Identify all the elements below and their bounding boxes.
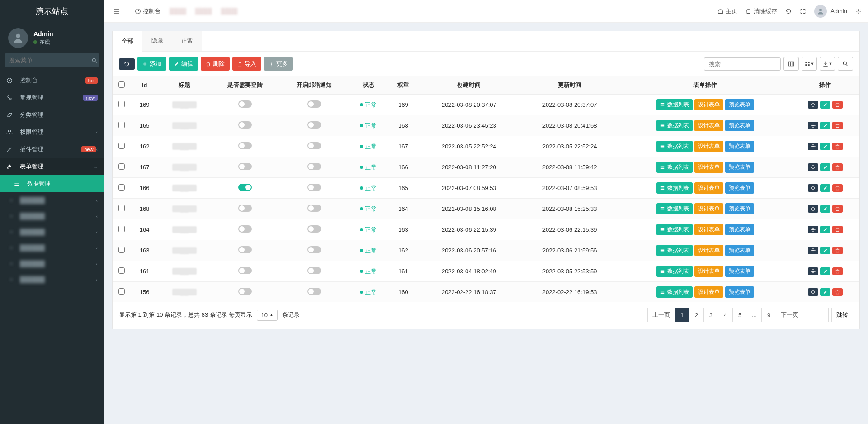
column-toggle-button[interactable] <box>783 57 799 71</box>
preview-form-button[interactable]: 预览表单 <box>725 141 754 152</box>
row-delete-button[interactable] <box>832 288 843 296</box>
refresh-button[interactable] <box>119 58 135 70</box>
row-edit-button[interactable] <box>820 143 830 150</box>
row-edit-button[interactable] <box>820 288 830 296</box>
page-button[interactable]: 3 <box>704 308 718 322</box>
email-toggle[interactable] <box>307 142 321 149</box>
edit-button[interactable]: 编辑 <box>169 57 198 71</box>
row-edit-button[interactable] <box>820 122 830 129</box>
row-edit-button[interactable] <box>820 184 830 192</box>
search-icon[interactable] <box>90 53 99 67</box>
add-button[interactable]: 添加 <box>137 57 166 71</box>
row-drag-button[interactable] <box>808 143 818 150</box>
row-delete-button[interactable] <box>832 163 843 171</box>
row-delete-button[interactable] <box>832 122 843 129</box>
sidebar-item[interactable]: 权限管理‹ <box>0 124 104 141</box>
data-list-button[interactable]: 数据列表 <box>656 245 693 256</box>
column-header[interactable]: 创建时间 <box>419 76 519 95</box>
search-button[interactable] <box>838 57 853 71</box>
row-drag-button[interactable] <box>808 122 818 129</box>
row-checkbox[interactable] <box>118 122 125 128</box>
column-header[interactable]: 权重 <box>388 76 419 95</box>
column-header[interactable]: 操作 <box>791 76 859 95</box>
row-drag-button[interactable] <box>808 163 818 171</box>
page-size-selector[interactable]: 10 ▲ <box>257 310 277 321</box>
data-list-button[interactable]: 数据列表 <box>656 99 693 110</box>
login-toggle[interactable] <box>238 267 252 274</box>
breadcrumb-item[interactable]: ████ <box>217 6 241 16</box>
row-checkbox[interactable] <box>118 205 125 211</box>
page-button[interactable]: 2 <box>689 308 704 322</box>
design-form-button[interactable]: 设计表单 <box>694 266 723 277</box>
email-toggle[interactable] <box>307 163 321 170</box>
design-form-button[interactable]: 设计表单 <box>694 120 723 131</box>
design-form-button[interactable]: 设计表单 <box>694 99 723 110</box>
email-toggle[interactable] <box>307 225 321 233</box>
design-form-button[interactable]: 设计表单 <box>694 245 723 256</box>
login-toggle[interactable] <box>238 121 252 129</box>
column-header[interactable]: 标题 <box>158 76 210 95</box>
home-link[interactable]: 主页 <box>717 7 737 15</box>
row-checkbox[interactable] <box>118 163 125 170</box>
sidebar-item[interactable]: 表单管理⌄ <box>0 158 104 175</box>
sidebar-item-hidden[interactable]: ▪██████‹ <box>0 240 104 256</box>
breadcrumb-item[interactable]: ████ <box>166 6 190 16</box>
login-toggle[interactable] <box>238 288 252 295</box>
sidebar-item-hidden[interactable]: ▪██████‹ <box>0 224 104 240</box>
design-form-button[interactable]: 设计表单 <box>694 162 723 173</box>
email-toggle[interactable] <box>307 121 321 129</box>
breadcrumb-item[interactable]: ████ <box>192 6 216 16</box>
page-button[interactable]: ... <box>747 308 762 322</box>
row-drag-button[interactable] <box>808 247 818 254</box>
login-toggle[interactable] <box>238 163 252 170</box>
preview-form-button[interactable]: 预览表单 <box>725 203 754 214</box>
sidebar-item[interactable]: 插件管理new‹ <box>0 141 104 158</box>
row-delete-button[interactable] <box>832 184 843 192</box>
row-edit-button[interactable] <box>820 163 830 171</box>
page-button[interactable]: 5 <box>733 308 747 322</box>
sidebar-item-hidden[interactable]: ▪██████‹ <box>0 208 104 224</box>
fullscreen-icon[interactable] <box>800 8 806 14</box>
column-header[interactable]: 是否需要登陆 <box>210 76 279 95</box>
tab[interactable]: 全部 <box>113 32 142 52</box>
login-toggle[interactable] <box>238 100 252 108</box>
preview-form-button[interactable]: 预览表单 <box>725 120 754 131</box>
data-list-button[interactable]: 数据列表 <box>656 203 693 214</box>
email-toggle[interactable] <box>307 267 321 274</box>
row-edit-button[interactable] <box>820 247 830 254</box>
email-toggle[interactable] <box>307 205 321 212</box>
sidebar-item[interactable]: 控制台hot <box>0 72 104 89</box>
design-form-button[interactable]: 设计表单 <box>694 141 723 152</box>
page-button[interactable]: 9 <box>762 308 776 322</box>
page-button[interactable]: 4 <box>718 308 733 322</box>
row-drag-button[interactable] <box>808 288 818 296</box>
preview-form-button[interactable]: 预览表单 <box>725 245 754 256</box>
row-checkbox[interactable] <box>118 101 125 107</box>
login-toggle[interactable] <box>238 184 252 191</box>
preview-form-button[interactable]: 预览表单 <box>725 182 754 194</box>
row-drag-button[interactable] <box>808 184 818 192</box>
row-edit-button[interactable] <box>820 226 830 233</box>
row-checkbox[interactable] <box>118 226 125 232</box>
email-toggle[interactable] <box>307 100 321 108</box>
preview-form-button[interactable]: 预览表单 <box>725 99 754 110</box>
page-button[interactable]: 上一页 <box>647 308 675 322</box>
row-delete-button[interactable] <box>832 226 843 233</box>
sidebar-item-hidden[interactable]: ▪██████‹ <box>0 256 104 272</box>
login-toggle[interactable] <box>238 205 252 212</box>
login-toggle[interactable] <box>238 142 252 149</box>
menu-search[interactable] <box>5 53 99 67</box>
column-header[interactable]: 状态 <box>349 76 387 95</box>
row-checkbox[interactable] <box>118 247 125 253</box>
more-button[interactable]: 更多 <box>264 57 293 71</box>
row-drag-button[interactable] <box>808 226 818 233</box>
row-edit-button[interactable] <box>820 205 830 213</box>
table-search-input[interactable] <box>704 57 781 71</box>
tab[interactable]: 正常 <box>172 31 202 51</box>
design-form-button[interactable]: 设计表单 <box>694 224 723 235</box>
column-header[interactable] <box>113 76 131 95</box>
row-edit-button[interactable] <box>820 101 830 109</box>
tab[interactable]: 隐藏 <box>142 31 172 51</box>
design-form-button[interactable]: 设计表单 <box>694 286 723 298</box>
select-all-checkbox[interactable] <box>118 81 125 88</box>
